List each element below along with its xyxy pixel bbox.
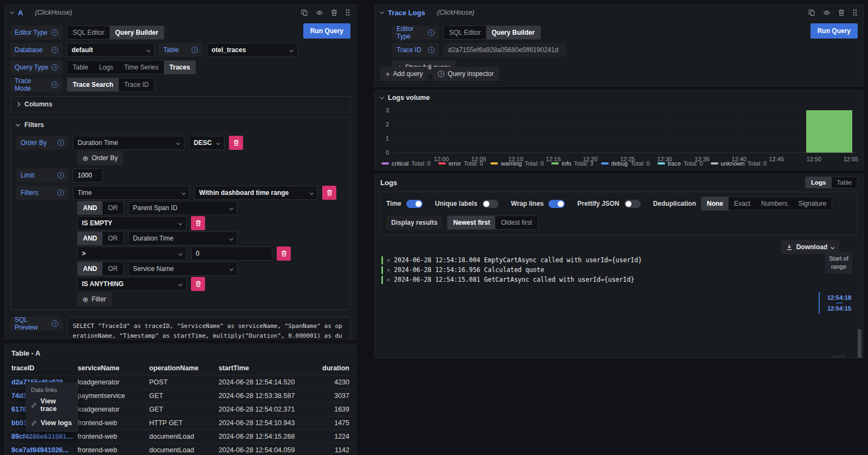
filter-time-field-select[interactable]: Time [73,186,190,200]
remove-condition-button[interactable] [277,247,291,261]
option-and[interactable]: AND [78,262,103,275]
wrap-lines-toggle[interactable] [548,200,565,208]
log-line[interactable]: > 2024-06-28 12:54:16.956 Calculated quo… [375,265,863,275]
filter-time-value-select[interactable]: Within dashboard time range [194,186,318,200]
order-by-field-select[interactable]: Duration Time [73,136,184,150]
option-none[interactable]: None [701,197,729,210]
condition-operator-select[interactable]: IS ANYTHING [77,277,187,291]
panel-datasource: (ClickHouse) [35,9,72,16]
duplicate-icon[interactable] [808,9,815,16]
log-line[interactable]: > 2024-06-28 12:54:15.081 GetCartAsync c… [375,275,863,285]
legend-item-error[interactable]: errorTotal: 0 [438,160,483,167]
legend-item-critical[interactable]: criticalTotal: 0 [381,160,431,167]
option-sql-editor[interactable]: SQL Editor [444,26,486,39]
option-table-view[interactable]: Table [832,177,858,188]
info-icon: i [438,71,444,77]
option-trace-search[interactable]: Trace Search [67,78,119,91]
option-and[interactable]: AND [78,201,103,214]
option-and[interactable]: AND [78,232,103,245]
panel-collapse-icon[interactable] [10,9,14,14]
option-table[interactable]: Table [67,61,94,74]
remove-order-by-button[interactable] [229,136,243,150]
col-servicename[interactable]: serviceName [78,364,149,372]
columns-section-header[interactable]: Columns [11,97,350,112]
option-exact[interactable]: Exact [729,197,756,210]
add-order-by-button[interactable]: ⊕Order By [77,151,123,165]
run-query-button[interactable]: Run Query [810,23,858,39]
add-filter-button[interactable]: ⊕Filter [77,292,112,306]
option-query-builder[interactable]: Query Builder [110,26,163,39]
trash-icon[interactable] [331,9,337,16]
condition-operator-select[interactable]: IS EMPTY [77,216,187,230]
scroll-to-top-button[interactable]: ↑ [832,355,846,358]
trace-id-value[interactable]: d2a7155ef6a928a05680e5ff6190241d [443,43,566,57]
col-duration[interactable]: duration [322,364,349,372]
view-logs-menu-item[interactable]: View logs [25,416,78,430]
time-toggle[interactable] [406,200,423,208]
eye-icon[interactable] [316,9,323,16]
col-operationname[interactable]: operationName [149,364,219,372]
filters-section-header[interactable]: Filters [11,117,350,132]
condition-field-select[interactable]: Duration Time [128,231,238,245]
duplicate-icon[interactable] [301,9,308,16]
option-numbers[interactable]: Numbers [756,197,793,210]
logs-volume-chart: 12:00 12:05 12:10 12:15 12:20 12:25 12:3… [393,110,856,153]
table-select[interactable]: otel_traces [207,43,298,57]
view-trace-menu-item[interactable]: View trace [25,394,78,416]
legend-item-debug[interactable]: debugTotal: 0 [601,160,650,167]
option-or[interactable]: OR [103,201,123,214]
drag-handle-icon[interactable] [852,9,858,16]
database-select[interactable]: default [67,43,155,57]
log-range-indicator[interactable]: 12:54:18 12:54:15 [819,292,854,314]
remove-condition-button[interactable] [191,216,205,230]
remove-condition-button[interactable] [191,277,205,291]
trash-icon[interactable] [838,9,845,16]
legend-item-warning[interactable]: warningTotal: 0 [490,160,544,167]
eye-icon[interactable] [823,9,831,16]
unique-labels-toggle[interactable] [482,200,499,208]
option-trace-id[interactable]: Trace ID [119,78,155,91]
expand-log-icon[interactable]: > [387,257,390,263]
condition-operator-select[interactable]: > [77,247,187,261]
chevron-down-icon [290,48,293,52]
prettify-json-toggle[interactable] [624,200,641,208]
query-inspector-button[interactable]: iQuery inspector [432,67,499,81]
option-logs[interactable]: Logs [94,61,119,74]
trace-link[interactable]: 9ce7af84941026... [11,446,78,454]
log-message: GetCartAsync called with userId={userId} [484,276,634,283]
option-logs-view[interactable]: Logs [806,177,831,188]
order-by-direction-select[interactable]: DESC [189,136,225,150]
col-traceid[interactable]: traceID [11,364,78,372]
run-query-button[interactable]: Run Query [303,23,350,39]
limit-input[interactable] [73,168,103,182]
condition-field-select[interactable]: Parent Span ID [128,201,238,215]
drag-handle-icon[interactable] [345,9,350,16]
logs-scrollbar-thumb[interactable] [858,329,861,358]
panel-collapse-icon[interactable] [380,9,384,14]
col-starttime[interactable]: startTime [219,364,322,372]
option-oldest-first[interactable]: Oldest first [495,216,537,229]
option-or[interactable]: OR [103,232,123,245]
option-query-builder[interactable]: Query Builder [486,26,540,39]
trace-link[interactable]: 89cf4286e631591b4... [11,433,78,440]
legend-item-info[interactable]: infoTotal: 3 [551,160,593,167]
option-or[interactable]: OR [103,262,123,275]
add-query-button[interactable]: +Add query [380,67,428,81]
option-signature[interactable]: Signature [793,197,832,210]
option-sql-editor[interactable]: SQL Editor [67,26,110,39]
info-icon: i [52,64,58,71]
panel-collapse-icon[interactable] [380,94,384,99]
log-line[interactable]: > 2024-06-28 12:54:18.004 EmptyCartAsync… [375,255,863,265]
expand-log-icon[interactable]: > [387,277,390,283]
legend-swatch [658,162,665,165]
option-traces[interactable]: Traces [164,61,195,74]
condition-field-select[interactable]: Service Name [128,262,238,276]
condition-value-input[interactable] [191,247,272,261]
expand-log-icon[interactable]: > [387,267,390,273]
option-time-series[interactable]: Time Series [119,61,164,74]
option-newest-first[interactable]: Newest first [448,216,495,229]
legend-item-trace[interactable]: traceTotal: 0 [658,160,703,167]
info-logs-bar[interactable] [806,110,852,153]
legend-item-unknown[interactable]: unknownTotal: 0 [711,160,767,167]
remove-filter-button[interactable] [322,186,336,200]
